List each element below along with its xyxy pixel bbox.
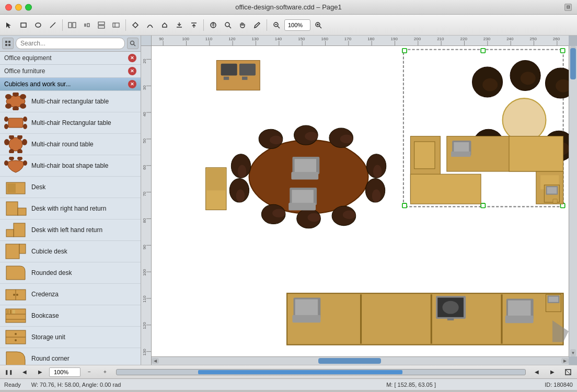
svg-rect-132	[414, 142, 435, 169]
shape-item-table-round[interactable]: Multi-chair round table	[0, 134, 141, 155]
svg-point-40	[4, 117, 8, 122]
canvas-scroll[interactable]	[152, 46, 569, 356]
shape-item-bookcase[interactable]: Bookcase	[0, 305, 141, 327]
status-mouse: M: [ 152.85, 63.05 ]	[288, 382, 534, 388]
category-close-button[interactable]: ✕	[128, 80, 136, 88]
prev-page-button[interactable]: ◀	[18, 365, 31, 379]
shape-icon-desk-left	[4, 221, 27, 239]
window-resize-button[interactable]: ⊡	[564, 4, 572, 11]
category-close-button[interactable]: ✕	[128, 54, 136, 62]
shape-item-desk-left[interactable]: Desk with left hand return	[0, 220, 141, 241]
scroll-left-button[interactable]: ◀	[530, 365, 544, 379]
vertical-scrollbar[interactable]: ▲ ▼	[569, 46, 577, 356]
shape-item-round-corner[interactable]: Round corner	[0, 348, 141, 365]
svg-point-85	[270, 136, 283, 145]
tool-btn-5[interactable]	[65, 18, 79, 32]
tool-btn-7[interactable]	[95, 18, 108, 32]
svg-line-31	[134, 44, 135, 46]
svg-rect-26	[5, 41, 7, 43]
svg-rect-148	[360, 294, 362, 343]
zoom-out-button[interactable]	[270, 18, 283, 32]
svg-point-87	[305, 132, 318, 141]
vertical-scrollbar-thumb[interactable]	[570, 48, 576, 79]
select-tool-button[interactable]	[2, 18, 16, 32]
svg-rect-81	[224, 77, 229, 80]
svg-point-1	[36, 23, 41, 27]
shape-item-credenza[interactable]: Credenza	[0, 284, 141, 305]
tool-btn-6[interactable]	[80, 18, 94, 32]
tool-btn-14[interactable]	[206, 18, 220, 32]
window-title: office-design-software.cdd – Page1	[235, 3, 342, 11]
zoom-plus-button[interactable]: +	[98, 365, 112, 379]
pen-tool-button[interactable]	[250, 18, 264, 32]
svg-point-45	[4, 139, 9, 145]
zoom-text: 100%	[54, 369, 68, 375]
svg-rect-114	[560, 49, 564, 53]
svg-rect-57	[6, 202, 18, 215]
shape-item-storage[interactable]: Storage unit	[0, 327, 141, 348]
category-office-furniture[interactable]: Office furniture ✕	[0, 65, 141, 78]
category-cubicles[interactable]: Cubicles and work sur... ✕	[0, 78, 141, 91]
svg-rect-143	[547, 187, 557, 193]
svg-line-2	[50, 22, 55, 28]
minimize-button[interactable]	[15, 4, 22, 10]
horizontal-scrollbar-thumb[interactable]	[318, 358, 381, 364]
tool-btn-9[interactable]	[129, 18, 142, 32]
pause-button[interactable]: ❚❚	[2, 365, 16, 379]
search-button[interactable]	[127, 38, 139, 49]
shape-item-desk[interactable]: Desk	[0, 177, 141, 198]
sidebar-menu-button[interactable]	[2, 38, 14, 49]
canvas-area[interactable]: ▲ ▼ ◀ ▶	[141, 36, 577, 365]
shape-item-table-rect2[interactable]: Multi-chair Rectangular table	[0, 112, 141, 134]
svg-point-122	[521, 72, 536, 85]
tool-btn-12[interactable]	[172, 18, 186, 32]
category-office-equipment[interactable]: Office equipment ✕	[0, 52, 141, 65]
ellipse-tool-button[interactable]	[31, 18, 45, 32]
traffic-lights	[5, 4, 32, 10]
line-tool-button[interactable]	[46, 18, 60, 32]
hand-tool-button[interactable]	[236, 18, 249, 32]
svg-point-54	[17, 157, 22, 160]
zoom-in-button[interactable]	[311, 18, 325, 32]
maximize-button[interactable]	[25, 4, 32, 10]
search-input[interactable]	[16, 38, 125, 49]
svg-rect-61	[6, 244, 19, 259]
shape-item-desk-right[interactable]: Desk with right hand return	[0, 198, 141, 220]
zoom-tool-button[interactable]	[221, 18, 235, 32]
svg-point-120	[482, 78, 498, 91]
fit-page-button[interactable]	[561, 365, 575, 379]
svg-point-103	[372, 189, 381, 202]
horizontal-ruler	[152, 36, 569, 46]
zoom-level-text: 100%	[288, 22, 303, 28]
shape-item-cubicle[interactable]: Cubicle desk	[0, 241, 141, 262]
sidebar: Office equipment ✕ Office furniture ✕ Cu…	[0, 36, 141, 365]
svg-rect-149	[431, 294, 432, 343]
horizontal-scrollbar[interactable]: ◀ ▶	[152, 356, 569, 365]
svg-point-52	[23, 160, 27, 166]
shape-item-table-rect[interactable]: Multi-chair rectangular table	[0, 91, 141, 112]
shape-item-desk-rounded[interactable]: Rounded desk	[0, 262, 141, 284]
scroll-right-button[interactable]: ▶	[546, 365, 559, 379]
shape-icon-table-boat	[4, 157, 27, 175]
page-scrollbar[interactable]	[116, 369, 526, 375]
shapes-list: Multi-chair rectangular tableMulti-chair…	[0, 91, 141, 365]
tool-btn-11[interactable]	[158, 18, 171, 32]
svg-rect-27	[8, 41, 10, 43]
rectangle-tool-button[interactable]	[17, 18, 30, 32]
category-close-button[interactable]: ✕	[128, 67, 136, 75]
svg-line-21	[278, 26, 280, 28]
tool-btn-13[interactable]	[187, 18, 201, 32]
shape-label: Multi-chair round table	[31, 141, 94, 148]
shape-item-table-boat[interactable]: Multi-chair boat shape table	[0, 155, 141, 177]
svg-point-95	[343, 211, 356, 220]
svg-rect-72	[13, 310, 15, 314]
category-label: Office equipment	[4, 54, 128, 62]
toolbar-separator-1	[62, 19, 63, 31]
tool-btn-8[interactable]	[109, 18, 123, 32]
tool-btn-10[interactable]	[143, 18, 157, 32]
zoom-minus-button[interactable]: −	[83, 365, 96, 379]
close-button[interactable]	[5, 4, 12, 10]
page-scrollbar-thumb[interactable]	[198, 370, 402, 374]
next-page-button[interactable]: ▶	[33, 365, 47, 379]
shape-icon-table-rect2	[4, 114, 27, 132]
